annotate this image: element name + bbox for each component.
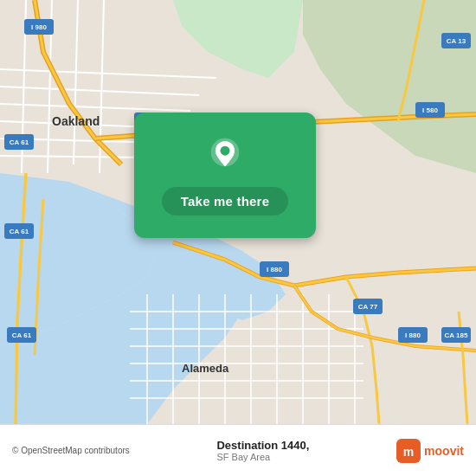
svg-text:I 980: I 980 [31, 23, 47, 31]
copyright-text: © OpenStreetMap contributors [12, 446, 130, 455]
moovit-brand-label: moovit [424, 444, 464, 458]
svg-text:I 880: I 880 [405, 331, 421, 339]
svg-text:CA 185: CA 185 [445, 331, 468, 339]
svg-text:CA 61: CA 61 [12, 331, 32, 339]
svg-text:CA 13: CA 13 [447, 37, 466, 45]
copyright-label: © OpenStreetMap contributors [12, 446, 130, 455]
moovit-icon-svg: m [396, 439, 421, 463]
svg-text:Alameda: Alameda [182, 362, 229, 375]
svg-point-58 [221, 146, 230, 156]
bottom-bar: © OpenStreetMap contributors Destination… [0, 424, 476, 476]
take-me-there-button[interactable]: Take me there [162, 187, 288, 215]
svg-text:CA 77: CA 77 [358, 303, 378, 311]
destination-subtitle: SF Bay Area [216, 452, 270, 462]
destination-title: Destination 1440, [216, 439, 309, 452]
destination-info: Destination 1440, SF Bay Area [216, 439, 309, 462]
svg-text:I 880: I 880 [267, 266, 282, 273]
svg-text:I 580: I 580 [422, 106, 438, 114]
location-pin-icon [203, 135, 247, 178]
popup-card[interactable]: Take me there [134, 113, 316, 238]
svg-text:m: m [403, 445, 414, 459]
svg-text:CA 61: CA 61 [10, 228, 29, 235]
svg-text:Oakland: Oakland [52, 114, 100, 128]
moovit-logo: m moovit [396, 439, 464, 463]
map-container: I 980 I 580 I 580 CA 13 CA 61 CA 61 CA 6… [0, 0, 476, 424]
svg-text:CA 61: CA 61 [10, 138, 29, 146]
